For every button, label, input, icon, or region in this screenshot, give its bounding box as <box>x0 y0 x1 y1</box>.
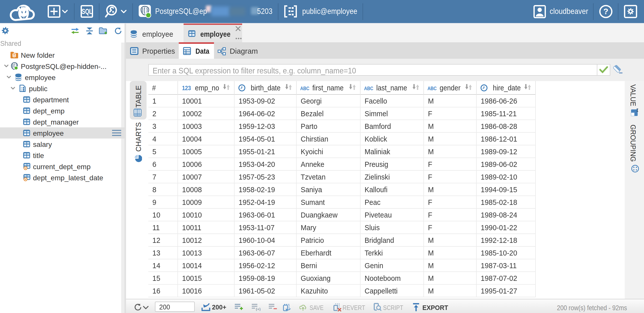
svg-text:(+): (+) <box>256 307 261 311</box>
svg-text:?: ? <box>603 7 609 16</box>
svg-text:SQL: SQL <box>82 7 92 15</box>
